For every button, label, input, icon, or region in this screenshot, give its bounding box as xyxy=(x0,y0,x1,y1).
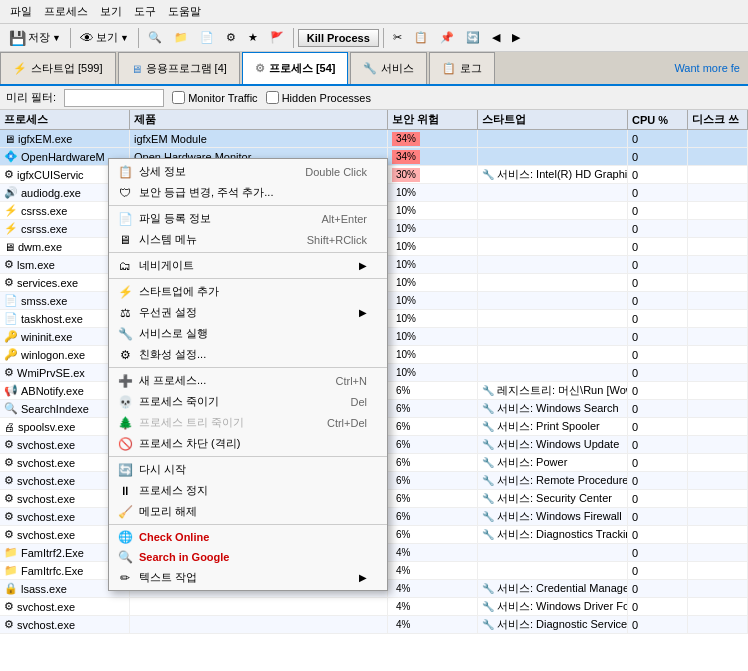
menu-item-시스템-메뉴[interactable]: 🖥시스템 메뉴Shift+RClick xyxy=(109,229,387,250)
security-level: 4% xyxy=(388,562,478,579)
menu-item-파일-등록-정보[interactable]: 📄파일 등록 정보Alt+Enter xyxy=(109,208,387,229)
disk-value xyxy=(688,310,748,327)
tab-apps[interactable]: 🖥 응용프로그램 [4] xyxy=(118,52,240,84)
col-product[interactable]: 제품 xyxy=(130,110,388,129)
col-disk[interactable]: 디스크 쓰 xyxy=(688,110,748,129)
toolbar-icon-5[interactable]: ★ xyxy=(243,28,263,47)
menu-view[interactable]: 보기 xyxy=(94,2,128,21)
security-badge: 10% xyxy=(392,366,420,380)
cpu-value: 0 xyxy=(628,274,688,291)
col-cpu[interactable]: CPU % xyxy=(628,110,688,129)
startup-info xyxy=(478,184,628,201)
toolbar-icon-9[interactable]: 📌 xyxy=(435,28,459,47)
startup-icon: 🔧 xyxy=(482,403,494,414)
menu-process[interactable]: 프로세스 xyxy=(38,2,94,21)
startup-info: 🔧서비스: Intel(R) HD Graphics ... xyxy=(478,166,628,183)
security-level: 6% xyxy=(388,418,478,435)
toolbar-icon-11[interactable]: ◀ xyxy=(487,28,505,47)
view-button[interactable]: 👁 보기 ▼ xyxy=(75,27,134,49)
menu-item-프로세스-정지[interactable]: ⏸프로세스 정지 xyxy=(109,480,387,501)
col-process[interactable]: 프로세스 xyxy=(0,110,130,129)
table-row[interactable]: ⚙ svchost.exe 4% 🔧서비스: Windows Driver Fo… xyxy=(0,598,748,616)
menu-item-메모리-해제[interactable]: 🧹메모리 해제 xyxy=(109,501,387,522)
menu-separator xyxy=(109,205,387,206)
disk-value xyxy=(688,562,748,579)
menu-file[interactable]: 파일 xyxy=(4,2,38,21)
toolbar-icon-12[interactable]: ▶ xyxy=(507,28,525,47)
menu-item-icon: 💀 xyxy=(117,394,133,410)
tab-startup-label: 스타트업 [599] xyxy=(31,61,103,76)
kill-process-button[interactable]: Kill Process xyxy=(298,29,379,47)
security-badge: 34% xyxy=(392,150,420,164)
menu-item-새-프로세스...[interactable]: ➕새 프로세스...Ctrl+N xyxy=(109,370,387,391)
startup-info xyxy=(478,292,628,309)
menu-item-다시-시작[interactable]: 🔄다시 시작 xyxy=(109,459,387,480)
tab-processes[interactable]: ⚙ 프로세스 [54] xyxy=(242,52,349,84)
col-security[interactable]: 보안 위험 xyxy=(388,110,478,129)
tab-processes-label: 프로세스 [54] xyxy=(269,61,336,76)
menu-item-label: 메모리 해제 xyxy=(139,504,197,519)
menubar: 파일 프로세스 보기 도구 도움말 xyxy=(0,0,748,24)
view-label: 보기 xyxy=(96,30,118,45)
tab-log[interactable]: 📋 로그 xyxy=(429,52,495,84)
startup-info: 🔧레지스트리: 머신\Run [Wow... xyxy=(478,382,628,399)
security-level: 4% xyxy=(388,544,478,561)
process-icon: ⚙ xyxy=(4,528,14,541)
toolbar-icon-4[interactable]: ⚙ xyxy=(221,28,241,47)
menu-item-우선권-설정[interactable]: ⚖우선권 설정▶ xyxy=(109,302,387,323)
startup-icon: 🔧 xyxy=(482,439,494,450)
startup-icon: 🔧 xyxy=(482,421,494,432)
tab-services[interactable]: 🔧 서비스 xyxy=(350,52,427,84)
cpu-value: 0 xyxy=(628,472,688,489)
menu-item-서비스로-실행[interactable]: 🔧서비스로 실행 xyxy=(109,323,387,344)
startup-info xyxy=(478,364,628,381)
toolbar-icon-1[interactable]: 🔍 xyxy=(143,28,167,47)
menu-item-상세-정보[interactable]: 📋상세 정보Double Click xyxy=(109,161,387,182)
toolbar-icon-3[interactable]: 📄 xyxy=(195,28,219,47)
toolbar-icon-10[interactable]: 🔄 xyxy=(461,28,485,47)
menu-item-스타트업에-추가[interactable]: ⚡스타트업에 추가 xyxy=(109,281,387,302)
toolbar-icon-7[interactable]: ✂ xyxy=(388,28,407,47)
menu-item-label: 프로세스 정지 xyxy=(139,483,208,498)
security-level: 4% xyxy=(388,616,478,633)
table-row[interactable]: ⚙ svchost.exe 4% 🔧서비스: Diagnostic Servic… xyxy=(0,616,748,634)
toolbar-icon-6[interactable]: 🚩 xyxy=(265,28,289,47)
filter-input[interactable] xyxy=(64,89,164,107)
toolbar-icon-8[interactable]: 📋 xyxy=(409,28,433,47)
menu-item-친화성-설정...[interactable]: ⚙친화성 설정... xyxy=(109,344,387,365)
tab-services-label: 서비스 xyxy=(381,61,414,76)
menu-item-보안-등급-변경,-주석-추가...[interactable]: 🛡보안 등급 변경, 주석 추가... xyxy=(109,182,387,203)
menu-item-search-in-google[interactable]: 🔍Search in Google xyxy=(109,547,387,567)
startup-info xyxy=(478,202,628,219)
menu-item-네비게이트[interactable]: 🗂네비게이트▶ xyxy=(109,255,387,276)
menu-tools[interactable]: 도구 xyxy=(128,2,162,21)
cpu-value: 0 xyxy=(628,238,688,255)
tab-startup[interactable]: ⚡ 스타트업 [599] xyxy=(0,52,116,84)
cpu-value: 0 xyxy=(628,508,688,525)
security-level: 10% xyxy=(388,310,478,327)
menu-item-프로세스-차단-(격리)[interactable]: 🚫프로세스 차단 (격리) xyxy=(109,433,387,454)
table-row[interactable]: 🖥 igfxEM.exe igfxEM Module 34% 0 xyxy=(0,130,748,148)
menu-item-icon: 🧹 xyxy=(117,504,133,520)
dropdown-icon2: ▼ xyxy=(120,33,129,43)
monitor-traffic-checkbox[interactable] xyxy=(172,91,185,104)
menu-item-check-online[interactable]: 🌐Check Online xyxy=(109,527,387,547)
toolbar-icon-2[interactable]: 📁 xyxy=(169,28,193,47)
menu-separator xyxy=(109,456,387,457)
monitor-traffic-checkbox-item[interactable]: Monitor Traffic xyxy=(172,91,258,104)
hidden-processes-checkbox[interactable] xyxy=(266,91,279,104)
cpu-value: 0 xyxy=(628,346,688,363)
col-startup[interactable]: 스타트업 xyxy=(478,110,628,129)
security-level: 10% xyxy=(388,328,478,345)
process-name-text: csrss.exe xyxy=(21,223,67,235)
process-name-text: ABNotify.exe xyxy=(21,385,84,397)
menu-item-텍스트-작업[interactable]: ✏텍스트 작업▶ xyxy=(109,567,387,588)
want-more-link[interactable]: Want more fe xyxy=(666,52,748,84)
process-name-text: svchost.exe xyxy=(17,457,75,469)
security-badge: 4% xyxy=(392,582,414,596)
hidden-processes-checkbox-item[interactable]: Hidden Processes xyxy=(266,91,371,104)
menu-item-label: 새 프로세스... xyxy=(139,373,206,388)
menu-item-프로세스-죽이기[interactable]: 💀프로세스 죽이기Del xyxy=(109,391,387,412)
save-button[interactable]: 💾 저장 ▼ xyxy=(4,27,66,49)
menu-help[interactable]: 도움말 xyxy=(162,2,207,21)
